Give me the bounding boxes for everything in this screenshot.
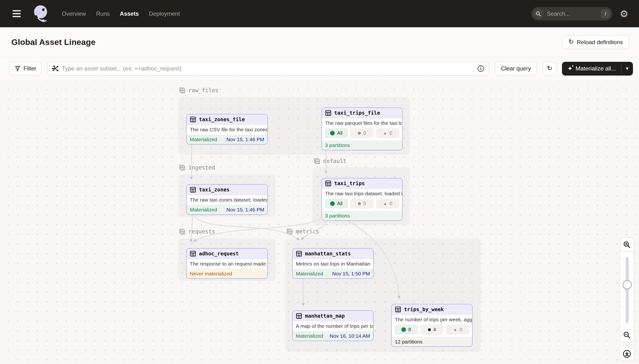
status-badge: Materialized	[190, 207, 217, 213]
zoom-slider[interactable]	[620, 252, 634, 328]
nav-item-overview[interactable]: Overview	[62, 10, 86, 17]
materialized-partitions-badge[interactable]: 8	[394, 325, 418, 334]
materialization-timestamp[interactable]: Nov 16, 10:14 AM	[330, 333, 370, 339]
group-label-default[interactable]: default	[313, 158, 347, 164]
materialize-dropdown-caret[interactable]: ▼	[621, 62, 633, 76]
asset-node-taxi-zones-file[interactable]: taxi_zones_file The raw CSV file for the…	[186, 114, 268, 144]
asset-query-input-wrap	[47, 62, 489, 76]
group-label-ingested[interactable]: ingested	[179, 164, 215, 171]
group-icon	[179, 87, 186, 94]
table-icon	[190, 250, 196, 257]
asset-description: A map of the number of trips per taxi z.…	[293, 321, 373, 331]
hamburger-menu-icon[interactable]	[13, 10, 23, 17]
lineage-toolbar: Filter Clear query ↻ ✦✦ Materialize all.…	[0, 57, 639, 80]
clear-query-button[interactable]: Clear query	[495, 62, 537, 75]
table-icon	[190, 116, 196, 122]
group-icon	[313, 158, 320, 164]
group-icon	[179, 164, 186, 171]
search-shortcut-badge: /	[601, 9, 610, 18]
materialized-partitions-badge[interactable]: All	[325, 128, 348, 138]
missing-partitions-badge[interactable]: 0	[350, 199, 374, 208]
asset-description: Metrics on taxi trips in Manhattan	[293, 259, 373, 269]
asset-node-manhattan-stats[interactable]: manhattan_stats Metrics on taxi trips in…	[292, 248, 374, 279]
search-input[interactable]	[544, 10, 601, 17]
materialized-dot-icon	[330, 131, 335, 136]
materialized-partitions-badge[interactable]: All	[325, 199, 348, 208]
status-badge: Never materialized	[190, 271, 232, 276]
materialization-timestamp[interactable]: Nov 15, 1:46 PM	[227, 207, 264, 213]
partitions-count: 3 partitions	[325, 213, 350, 219]
asset-description: The number of trips per week, aggreg...	[392, 315, 472, 325]
missing-partitions-badge[interactable]: 0	[350, 128, 374, 138]
sparkle-icon: ✦✦	[567, 66, 572, 72]
missing-ring-icon	[358, 202, 361, 205]
asset-description: The raw taxi trips dataset, loaded into …	[322, 189, 402, 199]
filter-button[interactable]: Filter	[10, 62, 41, 75]
zoom-controls	[620, 238, 634, 342]
zoom-slider-track[interactable]	[626, 257, 628, 323]
in-progress-triangle-icon: ▲	[383, 202, 387, 206]
query-info-icon[interactable]	[477, 65, 484, 72]
zoom-slider-handle[interactable]	[622, 280, 632, 290]
filter-funnel-icon	[15, 66, 21, 72]
partition-health-badges: All 0 ▲0	[322, 128, 402, 140]
download-icon	[622, 349, 631, 358]
group-label-raw-files[interactable]: raw_files	[179, 87, 219, 94]
group-icon	[179, 228, 186, 235]
primary-nav: Overview Runs Assets Deployment	[62, 10, 180, 17]
materialization-timestamp[interactable]: Nov 15, 1:46 PM	[227, 136, 264, 142]
search-icon	[533, 8, 544, 19]
reload-definitions-button[interactable]: ↻ Reload definitions	[562, 36, 629, 49]
missing-partitions-badge[interactable]: 4	[420, 325, 444, 334]
asset-description: The raw parquet files for the taxi trips…	[322, 118, 402, 128]
status-badge: Materialized	[296, 333, 323, 339]
partition-health-badges: 8 4 ▲0	[392, 325, 472, 337]
refresh-icon: ↻	[547, 65, 552, 72]
zoom-out-button[interactable]	[620, 328, 634, 342]
partitions-count: 12 partitions	[395, 339, 422, 345]
materialized-dot-icon	[401, 327, 406, 332]
asset-query-input[interactable]	[62, 65, 474, 72]
in-progress-partitions-badge[interactable]: ▲0	[376, 199, 399, 208]
zoom-out-icon	[623, 331, 631, 339]
table-icon	[190, 186, 196, 193]
missing-ring-icon	[428, 328, 431, 331]
in-progress-partitions-badge[interactable]: ▲0	[446, 325, 469, 334]
asset-description: The raw taxi zones dataset, loaded int..…	[187, 195, 267, 205]
asset-node-adhoc-request[interactable]: adhoc_request The response to an request…	[186, 248, 268, 279]
nav-item-assets[interactable]: Assets	[120, 10, 139, 17]
download-image-button[interactable]	[620, 347, 634, 361]
refresh-button[interactable]: ↻	[543, 62, 556, 75]
in-progress-triangle-icon: ▲	[453, 328, 457, 332]
group-icon	[286, 228, 293, 235]
in-progress-partitions-badge[interactable]: ▲0	[376, 128, 399, 138]
asset-description: The response to an request made in th...	[187, 259, 267, 269]
missing-ring-icon	[358, 132, 361, 135]
zoom-in-icon	[623, 241, 631, 249]
table-icon	[325, 180, 331, 186]
materialized-dot-icon	[330, 201, 335, 206]
status-badge: Materialized	[296, 271, 323, 276]
table-icon	[325, 110, 331, 116]
group-label-metrics[interactable]: metrics	[286, 228, 319, 235]
table-icon	[296, 313, 302, 319]
asset-graph-icon	[52, 65, 59, 72]
nav-item-deployment[interactable]: Deployment	[149, 10, 180, 17]
zoom-in-button[interactable]	[620, 238, 634, 252]
dagster-logo-icon[interactable]	[33, 4, 48, 23]
settings-gear-icon[interactable]: ⚙	[620, 9, 628, 18]
partition-health-badges: All 0 ▲0	[322, 199, 402, 211]
materialization-timestamp[interactable]: Nov 15, 1:50 PM	[332, 271, 370, 276]
status-badge: Materialized	[190, 136, 217, 142]
page-header: Global Asset Lineage ↻ Reload definition…	[0, 27, 639, 57]
asset-node-taxi-zones[interactable]: taxi_zones The raw taxi zones dataset, l…	[186, 184, 268, 215]
nav-item-runs[interactable]: Runs	[96, 10, 110, 17]
group-label-requests[interactable]: requests	[179, 228, 215, 235]
asset-node-taxi-trips[interactable]: taxi_trips The raw taxi trips dataset, l…	[321, 178, 403, 221]
table-icon	[395, 306, 401, 312]
materialize-all-button[interactable]: ✦✦ Materialize all... ▼	[562, 62, 633, 76]
asset-node-manhattan-map[interactable]: manhattan_map A map of the number of tri…	[292, 310, 374, 341]
asset-node-taxi-trips-file[interactable]: taxi_trips_file The raw parquet files fo…	[321, 108, 403, 150]
asset-node-trips-by-week[interactable]: trips_by_week The number of trips per we…	[391, 304, 473, 347]
search-bar[interactable]: /	[531, 7, 612, 20]
